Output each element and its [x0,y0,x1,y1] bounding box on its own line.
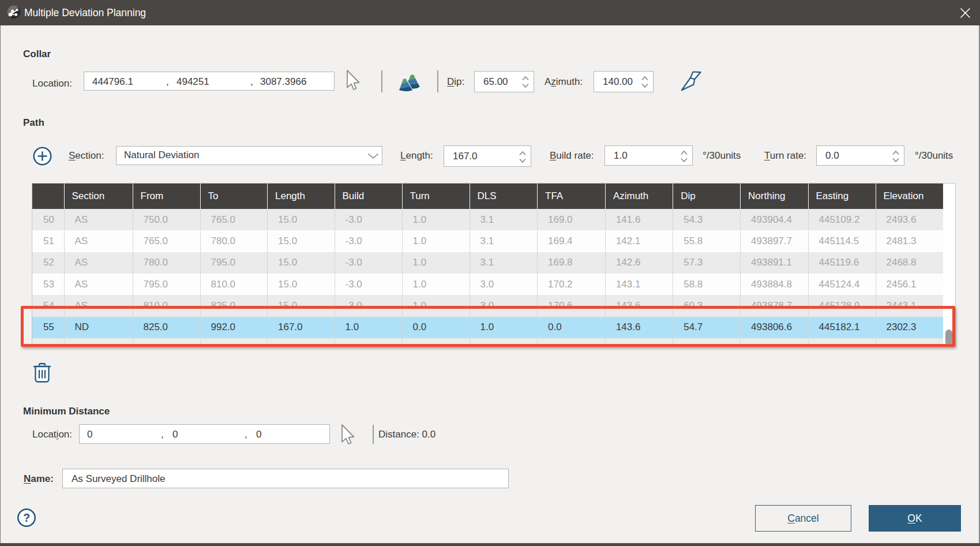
svg-text:?: ? [23,511,30,524]
